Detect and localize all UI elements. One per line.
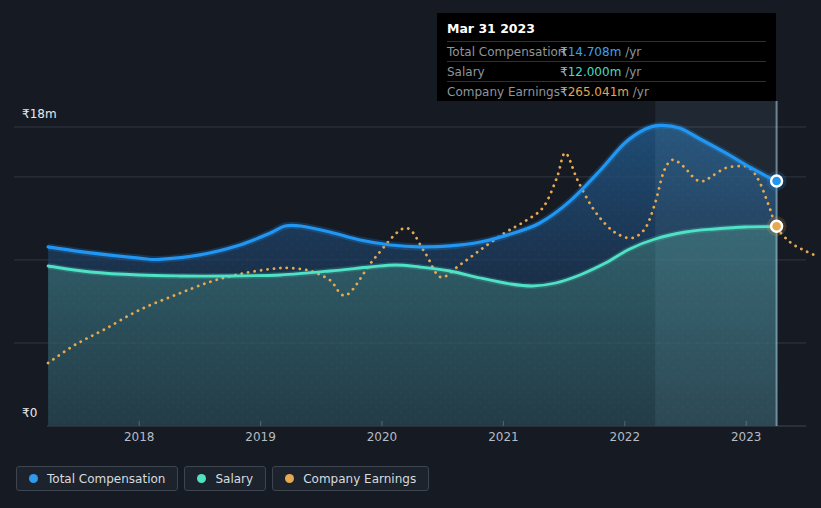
- tooltip-date: Mar 31 2023: [447, 18, 766, 41]
- tooltip-row-salary: Salary ₹12.000m /yr: [447, 61, 766, 81]
- legend-total-compensation[interactable]: Total Compensation: [16, 466, 178, 491]
- tooltip-total-compensation-value: 14.708m: [568, 45, 622, 59]
- tooltip: Mar 31 2023 Total Compensation ₹14.708m …: [437, 13, 776, 101]
- x-axis-label-2019: 2019: [245, 430, 276, 444]
- tooltip-salary-value: 12.000m: [568, 65, 622, 79]
- legend: Total Compensation Salary Company Earnin…: [16, 466, 429, 491]
- total-compensation-marker[interactable]: [771, 176, 782, 187]
- y-axis-label-0: ₹0: [22, 406, 37, 420]
- y-axis-label-18: ₹18m: [22, 107, 57, 121]
- tooltip-row-total-compensation: Total Compensation ₹14.708m /yr: [447, 41, 766, 61]
- x-axis-label-2023: 2023: [731, 430, 762, 444]
- tooltip-company-earnings-value: 265.041m: [568, 85, 629, 99]
- company-earnings-dot-icon: [285, 474, 294, 483]
- legend-company-earnings[interactable]: Company Earnings: [272, 466, 429, 491]
- x-axis-label-2018: 2018: [124, 430, 155, 444]
- salary-dot-icon: [197, 474, 206, 483]
- tooltip-row-company-earnings: Company Earnings ₹265.041m /yr: [447, 81, 766, 101]
- total-compensation-dot-icon: [29, 474, 38, 483]
- company-earnings-marker[interactable]: [771, 221, 782, 232]
- x-axis-label-2022: 2022: [610, 430, 641, 444]
- x-axis-label-2021: 2021: [488, 430, 519, 444]
- chart-panel: ₹18m₹0201820192020202120222023 Mar 31 20…: [0, 0, 821, 508]
- x-axis-label-2020: 2020: [367, 430, 398, 444]
- legend-salary[interactable]: Salary: [184, 466, 266, 491]
